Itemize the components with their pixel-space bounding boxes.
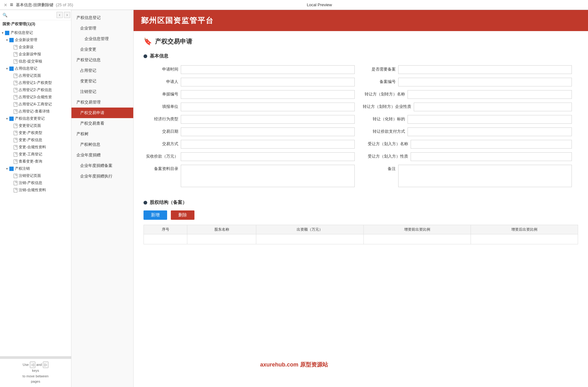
tree-item-page[interactable]: 占用登记4-工商登记 (0, 101, 71, 108)
folder-icon (9, 167, 14, 171)
tree-item-zhanyong[interactable]: ▼ 占用信息登记 (0, 65, 71, 72)
input-shishoujia[interactable] (181, 152, 355, 161)
tree-item-page[interactable]: 变更-产权信息 (0, 136, 71, 144)
tree-item-page[interactable]: 查看变更-查询 (0, 158, 71, 165)
tree-item-page[interactable]: 企业新设申报 (0, 51, 71, 58)
search-input[interactable] (9, 13, 55, 17)
delete-button[interactable]: 删除 (171, 210, 194, 220)
bottom-and-text: and (36, 363, 42, 366)
page-icon (14, 109, 17, 114)
page-icon (14, 124, 17, 128)
folder-icon (9, 38, 14, 42)
page-icon (14, 102, 17, 107)
input-zhuanrangmingcheng[interactable] (408, 90, 572, 99)
tree-item-page[interactable]: 变更登记页面 (0, 122, 71, 129)
page-icon (14, 52, 17, 57)
input-zhuanrangbiaodi[interactable] (408, 115, 572, 124)
tree-item-page[interactable]: 变更-工商登记 (0, 151, 71, 158)
nav-item-qiye-niandu-juanzeng[interactable]: 企业年度捐赠 (71, 150, 133, 160)
tree-label: 查看变更-查询 (19, 159, 42, 164)
page-icon (14, 88, 17, 92)
tree-item-chanquan[interactable]: ▼ 产权信息登记 (0, 29, 71, 36)
page-icon (14, 131, 17, 135)
input-danjubianhao[interactable] (181, 90, 355, 99)
nav-item-qiye-biangeng[interactable]: 企业变更 (71, 44, 133, 55)
nav-item-chanquan-shu[interactable]: 产权树 (71, 129, 133, 139)
label-danjubianhao: 单据编号 (144, 90, 181, 97)
input-shenqingren[interactable] (181, 78, 355, 86)
label-tianbdanwei: 填报单位 (144, 103, 181, 109)
nav-item-biangeng-dengji[interactable]: 变更登记 (71, 76, 133, 86)
tree-item-page[interactable]: 变更-产权类型 (0, 129, 71, 136)
prev-arrow[interactable]: ‹ (57, 12, 63, 18)
tree-label: 企业新设申报 (19, 52, 41, 57)
nav-item-chanquan-jiaoyi-chakan[interactable]: 产权交易查看 (71, 118, 133, 129)
nav-item-qiye-xinxi-guanli[interactable]: 企业信息管理 (71, 34, 133, 44)
page-icon (14, 138, 17, 142)
nav-item-chanquan-shu-xinxi[interactable]: 产权树信息 (71, 139, 133, 150)
input-zhuanrangjiakuan[interactable] (408, 127, 572, 136)
input-shourangmingcheng[interactable] (411, 140, 572, 149)
nav-item-chanquan-jiaoyi-guanli[interactable]: 产权交易管理 (71, 97, 133, 108)
tree-item-page[interactable]: 信息-提交审核 (0, 58, 71, 65)
tree-item-page[interactable]: 注销登记页面 (0, 172, 71, 179)
page-icon (14, 174, 17, 178)
input-jiaoyiriqi[interactable] (181, 127, 355, 136)
input-jingjixingwei[interactable] (181, 115, 355, 124)
tree-item-biangeng[interactable]: ▼ 产权信息变更登记 (0, 115, 71, 122)
tree-item-zhuxiao[interactable]: ▼ 产权注销 (0, 165, 71, 172)
input-tianbdanwei[interactable] (181, 103, 355, 111)
section1-title: 基本信息 (144, 53, 578, 59)
nav-item-chanquan-jiaoyi-shenqing[interactable]: 产权交易申请 (71, 108, 133, 118)
section-dot-2 (144, 201, 147, 205)
tree-item-page[interactable]: 注销-产权信息 (0, 179, 71, 187)
tree-item-page[interactable]: 变更-合规性资料 (0, 144, 71, 151)
preview-title: Local Preview (307, 2, 332, 7)
nav-item-qiye-guanli[interactable]: 企业管理 (71, 23, 133, 34)
bookmark-icon: 🔖 (144, 38, 152, 46)
form-grid: 申请时间 申请人 单据编号 填报单位 (144, 65, 578, 191)
nav-item-zhanyong-dengji[interactable]: 占用登记 (71, 65, 133, 76)
label-shourangmingcheng: 受让方（划入方）名称 (361, 140, 411, 147)
tree-item-page[interactable]: 占用登记3-合规性资 (0, 94, 71, 101)
page-icon (14, 181, 17, 185)
col-header-zengziqian: 增资前出资比例 (363, 225, 471, 234)
tree-item-page[interactable]: 占用登记页面 (0, 72, 71, 79)
input-shifoubeian[interactable] (398, 65, 572, 74)
input-beanbianhao[interactable] (398, 78, 572, 86)
close-icon[interactable]: ✕ (4, 2, 7, 7)
tree-item-page[interactable]: 注销-合规性资料 (0, 187, 71, 194)
tree-item-page[interactable]: 占用登记1-产权类型 (0, 79, 71, 86)
nav-item-chanquan-dengji-xinxi[interactable]: 产权登记信息 (71, 55, 133, 65)
horizontal-scrollbar[interactable] (0, 356, 71, 359)
textarea-beizhu[interactable] (398, 165, 572, 187)
page-icon (14, 152, 17, 157)
input-zhuanrangxingzhi[interactable] (414, 103, 572, 111)
add-button[interactable]: 新增 (144, 210, 167, 220)
tree-item-qiye-xinshe[interactable]: ▼ 企业新设管理 (0, 36, 71, 44)
nav-item-juanzeng-zhixing[interactable]: 企业年度捐赠执行 (71, 171, 133, 182)
nav-item-chanquan-dengji[interactable]: 产权信息登记 (71, 12, 133, 23)
input-shourangxingzhi[interactable] (411, 152, 572, 161)
tree-label: 占用登记-查看详情 (19, 109, 50, 114)
sidebar-tree: ▼ 产权信息登记 ▼ 企业新设管理 企业新设 企业新设申报 (0, 28, 71, 356)
section-dot (144, 54, 147, 58)
tree-item-page[interactable]: 企业新设 (0, 44, 71, 51)
page-title-bar: 基本信息-挂牌删除键 (16, 2, 53, 8)
input-jiaoyifangshi[interactable] (181, 140, 355, 149)
tree-label: 占用登记4-工商登记 (19, 102, 52, 107)
tree-label: 产权信息登记 (11, 30, 33, 35)
input-shenqingshijian[interactable] (181, 65, 355, 74)
tree-item-page[interactable]: 占用登记2-产权信息 (0, 86, 71, 94)
textarea-beanziliao[interactable] (181, 165, 355, 187)
bottom-keys-text: keys (32, 369, 39, 372)
expand-icon: ▼ (6, 67, 9, 70)
tree-item-page[interactable]: 占用登记-查看详情 (0, 108, 71, 115)
nav-item-juanzeng-beian[interactable]: 企业年度捐赠备案 (71, 160, 133, 171)
form-row-shourang-mingcheng: 受让方（划入方）名称 (361, 140, 578, 149)
tree-label: 占用登记2-产权信息 (19, 87, 52, 93)
next-arrow[interactable]: › (64, 12, 70, 18)
nav-item-zhuxiao-dengji[interactable]: 注销登记 (71, 86, 133, 97)
header-title: 鄞州区国资监管平台 (141, 16, 214, 25)
col-header-chuzi: 出资额（万元） (256, 225, 363, 234)
